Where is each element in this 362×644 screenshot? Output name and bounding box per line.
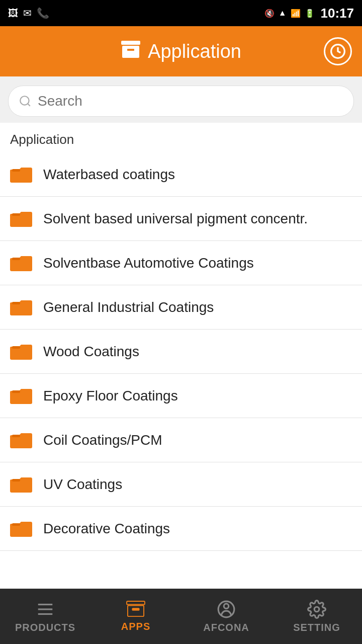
svg-rect-32 xyxy=(12,523,20,526)
folder-icon xyxy=(10,429,32,451)
application-list: Waterbased coatings Solvent based univer… xyxy=(0,152,362,551)
products-label: PRODUCTS xyxy=(15,622,75,633)
list-item[interactable]: Waterbased coatings xyxy=(0,152,362,197)
svg-rect-26 xyxy=(12,435,20,437)
search-icon xyxy=(19,95,32,108)
folder-icon xyxy=(10,208,32,230)
list-item-text: General Industrial Coatings xyxy=(43,299,352,315)
list-item-text: Waterbased coatings xyxy=(43,167,352,183)
svg-rect-36 xyxy=(127,601,145,604)
nav-item-apps[interactable]: APPS xyxy=(90,589,181,644)
phone-icon: 📞 xyxy=(37,7,49,19)
folder-icon xyxy=(10,385,32,407)
folder-icon xyxy=(10,473,32,496)
folder-icon xyxy=(10,252,32,274)
list-item[interactable]: Coil Coatings/PCM xyxy=(0,418,362,462)
svg-rect-20 xyxy=(12,346,20,349)
list-item[interactable]: Decorative Coatings xyxy=(0,507,362,551)
nav-item-setting[interactable]: SETTING xyxy=(272,589,362,644)
volume-icon: 🔇 xyxy=(264,9,275,18)
setting-icon xyxy=(307,600,326,619)
svg-rect-16 xyxy=(11,303,31,314)
svg-point-40 xyxy=(224,603,229,608)
svg-rect-1 xyxy=(122,46,139,58)
setting-label: SETTING xyxy=(293,622,340,633)
svg-rect-8 xyxy=(12,169,20,172)
svg-rect-13 xyxy=(11,259,31,270)
svg-point-4 xyxy=(20,96,29,105)
bottom-navigation: PRODUCTS APPS AFCONA SETTING xyxy=(0,589,362,644)
svg-rect-38 xyxy=(132,608,139,610)
header-title-group: Application xyxy=(121,40,241,63)
svg-line-5 xyxy=(28,104,30,106)
list-item-text: Solvent based universal pigment concentr… xyxy=(43,211,352,227)
svg-rect-25 xyxy=(11,436,31,447)
svg-rect-10 xyxy=(11,215,31,226)
status-bar-right: 🔇 ▲ 📶 🔋 10:17 xyxy=(264,6,354,21)
search-input[interactable] xyxy=(38,93,343,109)
folder-icon xyxy=(10,341,32,363)
svg-rect-37 xyxy=(128,605,144,616)
search-container xyxy=(0,76,362,123)
status-bar-left: 🖼 ✉ 📞 xyxy=(8,7,49,19)
apps-icon xyxy=(126,601,145,618)
list-item[interactable]: Solventbase Automotive Coatings xyxy=(0,241,362,285)
archive-icon xyxy=(121,40,141,63)
battery-icon: 🔋 xyxy=(305,9,315,18)
time-display: 10:17 xyxy=(321,6,354,21)
list-item-text: Epoxy Floor Coatings xyxy=(43,388,352,404)
nav-item-products[interactable]: PRODUCTS xyxy=(0,589,90,644)
app-header: Application xyxy=(0,26,362,76)
folder-icon xyxy=(10,296,32,318)
email-icon: ✉ xyxy=(23,7,32,19)
svg-rect-31 xyxy=(11,525,31,536)
apps-label: APPS xyxy=(121,621,150,632)
list-item[interactable]: UV Coatings xyxy=(0,462,362,507)
signal-icon: 📶 xyxy=(291,9,301,18)
svg-rect-11 xyxy=(12,213,20,216)
search-wrapper[interactable] xyxy=(8,86,354,117)
svg-point-41 xyxy=(314,607,319,612)
list-item-text: UV Coatings xyxy=(43,476,352,493)
svg-rect-28 xyxy=(11,480,31,492)
nav-item-afcona[interactable]: AFCONA xyxy=(181,589,272,644)
clock-button[interactable] xyxy=(324,37,352,65)
list-item[interactable]: Solvent based universal pigment concentr… xyxy=(0,197,362,241)
list-item-text: Decorative Coatings xyxy=(43,521,352,537)
list-item-text: Solventbase Automotive Coatings xyxy=(43,255,352,271)
list-item[interactable]: Epoxy Floor Coatings xyxy=(0,374,362,418)
folder-icon xyxy=(10,164,32,186)
list-item-text: Coil Coatings/PCM xyxy=(43,432,352,448)
list-item[interactable]: General Industrial Coatings xyxy=(0,285,362,330)
svg-rect-22 xyxy=(11,392,31,403)
folder-icon xyxy=(10,518,32,540)
header-text: Application xyxy=(148,41,241,62)
svg-rect-29 xyxy=(12,479,20,481)
svg-rect-14 xyxy=(12,258,20,260)
section-label: Application xyxy=(0,123,362,152)
products-icon xyxy=(36,600,55,619)
wifi-icon: ▲ xyxy=(279,9,287,18)
afcona-label: AFCONA xyxy=(203,622,249,633)
gallery-icon: 🖼 xyxy=(8,8,18,19)
status-bar: 🖼 ✉ 📞 🔇 ▲ 📶 🔋 10:17 xyxy=(0,0,362,26)
afcona-icon xyxy=(217,600,236,619)
svg-rect-7 xyxy=(11,171,31,182)
list-item[interactable]: Wood Coatings xyxy=(0,330,362,374)
svg-rect-17 xyxy=(12,302,20,304)
svg-rect-0 xyxy=(121,41,140,45)
list-item-text: Wood Coatings xyxy=(43,344,352,360)
content-area: Application Waterbased coatings Solvent … xyxy=(0,123,362,606)
svg-rect-19 xyxy=(11,348,31,359)
svg-rect-23 xyxy=(12,390,20,393)
svg-rect-2 xyxy=(127,49,134,51)
